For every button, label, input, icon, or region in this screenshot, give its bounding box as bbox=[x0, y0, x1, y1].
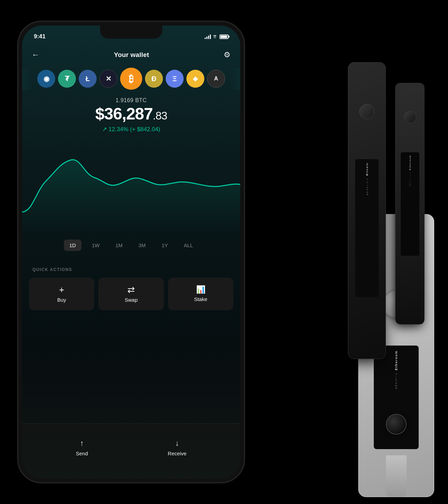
side-button-volume-down bbox=[17, 156, 18, 187]
ledger-black1-screen: Bitcoin ⚙ ₿ ✕ ≡ + ↑ ∨ ▷ bbox=[355, 159, 379, 297]
ledger-black1-button bbox=[359, 104, 374, 119]
change-percent: ↗ 12.34% (+ $842.04) bbox=[22, 126, 240, 133]
coin-litecoin[interactable]: Ł bbox=[79, 70, 97, 88]
receive-button[interactable]: ↓ Receive bbox=[168, 439, 186, 456]
stake-label: Stake bbox=[194, 296, 207, 302]
ledger-white-screen-text: Ethereum bbox=[395, 350, 398, 370]
time-filter-1y[interactable]: 1Y bbox=[156, 240, 173, 251]
send-label: Send bbox=[76, 450, 88, 456]
ledger-black2-screen: Ethereum ◎ ₿ ✕ ≡ + ↑ ∨ ▷ bbox=[401, 152, 419, 256]
buy-label: Buy bbox=[57, 297, 66, 303]
time-filter-1d[interactable]: 1D bbox=[64, 240, 81, 251]
send-button[interactable]: ↑ Send bbox=[76, 439, 88, 456]
usd-whole: $36,287 bbox=[95, 105, 153, 123]
side-button-power bbox=[244, 125, 245, 166]
send-icon: ↑ bbox=[80, 439, 84, 448]
usd-cents: .83 bbox=[153, 109, 167, 122]
swap-button[interactable]: ⇄ Swap bbox=[98, 278, 164, 310]
page-title: Your wallet bbox=[114, 51, 149, 59]
coin-row: ◉ ₮ Ł ✕ ₿ Ð Ξ bbox=[22, 68, 240, 90]
side-button-volume-up bbox=[17, 118, 18, 149]
ledger-nano-x-black-1: Bitcoin ⚙ ₿ ✕ ≡ + ↑ ∨ ▷ bbox=[348, 62, 386, 359]
wifi-icon: ⇈ bbox=[213, 34, 217, 39]
status-icons: ⇈ bbox=[205, 34, 228, 39]
ledger-white-connector bbox=[386, 455, 407, 497]
ledger-white-button-bottom bbox=[386, 414, 407, 435]
quick-actions-label: QUICK ACTIONS bbox=[32, 267, 72, 272]
coin-row-fade-right bbox=[230, 68, 240, 90]
buy-icon: + bbox=[59, 285, 64, 294]
coin-partial[interactable]: ◉ bbox=[37, 70, 55, 88]
time-filter-1m[interactable]: 1M bbox=[110, 240, 128, 251]
coin-bitcoin[interactable]: ₿ bbox=[120, 68, 142, 90]
coin-bnb[interactable]: ◆ bbox=[186, 70, 204, 88]
price-chart bbox=[22, 143, 240, 233]
receive-label: Receive bbox=[168, 450, 186, 456]
ledger-black2-screen-text: Ethereum bbox=[409, 155, 411, 170]
receive-icon: ↓ bbox=[175, 439, 179, 448]
ledger-black2-button bbox=[404, 111, 416, 123]
bottom-bar: ↑ Send ↓ Receive bbox=[22, 423, 240, 478]
signal-icon bbox=[205, 34, 211, 39]
usd-amount: $36,287.83 bbox=[22, 106, 240, 122]
battery-icon bbox=[220, 35, 228, 39]
time-filter-3m[interactable]: 3M bbox=[133, 240, 151, 251]
coin-tether[interactable]: ₮ bbox=[58, 70, 76, 88]
swap-label: Swap bbox=[125, 297, 138, 303]
stake-button[interactable]: 📊 Stake bbox=[168, 278, 233, 310]
settings-button[interactable]: ⚙ bbox=[224, 50, 231, 59]
back-button[interactable]: ← bbox=[32, 50, 39, 59]
app-scene: 9:41 ⇈ ← Your wallet ⚙ ◉ bbox=[0, 0, 448, 504]
ledger-nano-x-black-2: Ethereum ◎ ₿ ✕ ≡ + ↑ ∨ ▷ bbox=[395, 83, 425, 324]
coin-dogecoin[interactable]: Ð bbox=[145, 70, 163, 88]
time-filter-1w[interactable]: 1W bbox=[86, 240, 105, 251]
notch bbox=[100, 26, 162, 39]
coin-xrp[interactable]: ✕ bbox=[99, 70, 117, 88]
coin-ethereum[interactable]: Ξ bbox=[166, 70, 184, 88]
phone-device: 9:41 ⇈ ← Your wallet ⚙ ◉ bbox=[17, 21, 245, 483]
stake-icon: 📊 bbox=[196, 286, 205, 293]
ledger-black1-screen-text: Bitcoin bbox=[366, 163, 368, 176]
header: ← Your wallet ⚙ bbox=[22, 46, 240, 64]
coin-algo[interactable]: A bbox=[207, 70, 225, 88]
coin-row-fade-left bbox=[22, 68, 32, 90]
balance-area: 1.9169 BTC $36,287.83 ↗ 12.34% (+ $842.0… bbox=[22, 97, 240, 133]
btc-amount: 1.9169 BTC bbox=[22, 97, 240, 104]
buy-button[interactable]: + Buy bbox=[29, 278, 94, 310]
swap-icon: ⇄ bbox=[127, 285, 135, 294]
quick-actions-row: + Buy ⇄ Swap 📊 Stake bbox=[29, 278, 233, 310]
phone-screen: 9:41 ⇈ ← Your wallet ⚙ ◉ bbox=[22, 26, 240, 478]
time-filter-all[interactable]: ALL bbox=[178, 240, 199, 251]
side-button-silent bbox=[17, 90, 18, 111]
status-time: 9:41 bbox=[34, 33, 46, 40]
time-filters: 1D 1W 1M 3M 1Y ALL bbox=[22, 240, 240, 251]
